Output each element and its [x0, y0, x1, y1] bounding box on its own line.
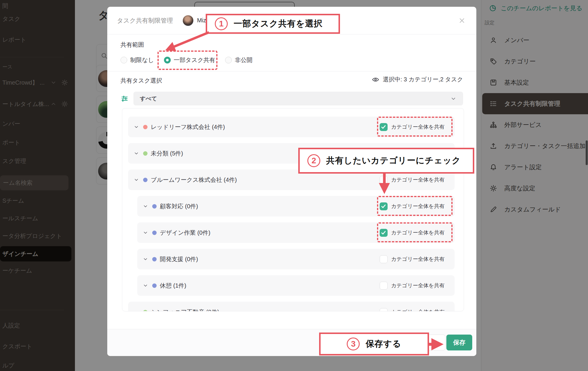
chevron-down-icon[interactable]	[143, 256, 148, 262]
share-whole-category-toggle[interactable]: カテゴリー全体を共有	[380, 308, 445, 312]
chevron-down-icon[interactable]	[133, 177, 139, 183]
category-color-dot	[143, 125, 148, 129]
chevron-down-icon[interactable]	[133, 150, 139, 156]
checkbox-label: カテゴリー全体を共有	[391, 282, 445, 289]
checkbox-unchecked[interactable]	[380, 308, 388, 312]
radio-unchecked[interactable]	[120, 57, 127, 63]
checkbox-label: カテゴリー全体を共有	[391, 308, 445, 311]
category-label: ブルームワークス株式会社 (4件)	[151, 176, 237, 184]
category-color-dot	[152, 204, 157, 209]
category-row[interactable]: シンフォニア不動産 (8件)カテゴリー全体を共有	[128, 302, 455, 311]
category-label: 開発支援 (0件)	[160, 255, 198, 263]
selection-summary: 選択中: 3 カテゴリー,2 タスク	[372, 75, 463, 83]
category-color-dot	[143, 178, 148, 182]
category-label: 休憩 (1件)	[160, 282, 186, 290]
chevron-down-icon[interactable]	[133, 124, 139, 130]
user-avatar	[183, 15, 193, 26]
divider	[107, 71, 476, 71]
checkbox-label: カテゴリー全体を共有	[391, 256, 445, 263]
share-whole-category-toggle[interactable]: カテゴリー全体を共有	[380, 255, 445, 263]
checkbox-unchecked[interactable]	[380, 282, 388, 290]
annotation-callout-1: 1 一部タスク共有を選択	[206, 14, 340, 34]
radio-label: 制限なし	[130, 56, 154, 64]
annotation-number: 2	[307, 154, 320, 167]
eye-icon	[372, 76, 379, 83]
category-label: シンフォニア不動産 (8件)	[151, 308, 219, 312]
category-color-dot	[143, 310, 148, 312]
filter-row: すべて	[120, 92, 463, 105]
annotation-arrow-2	[379, 173, 391, 197]
category-color-dot	[152, 231, 157, 235]
category-row[interactable]: 休憩 (1件)カテゴリー全体を共有	[137, 275, 455, 296]
chevron-down-icon[interactable]	[143, 230, 148, 236]
annotation-callout-2: 2 共有したいカテゴリーにチェック	[298, 148, 474, 174]
chevron-down-icon[interactable]	[143, 283, 148, 288]
category-color-dot	[152, 257, 157, 261]
chevron-down-icon	[450, 95, 457, 102]
modal-title: タスク共有制限管理	[117, 16, 173, 25]
category-label: デザイン作業 (0件)	[160, 229, 210, 237]
annotation-arrow-1	[161, 30, 217, 55]
annotation-number: 3	[347, 338, 360, 350]
annotation-arrow-3	[427, 337, 448, 352]
annotation-dashed-box-row5	[377, 222, 453, 242]
checkbox-unchecked[interactable]	[380, 255, 388, 263]
share-scope-option[interactable]: 非公開	[225, 56, 252, 64]
category-row[interactable]: 開発支援 (0件)カテゴリー全体を共有	[137, 249, 455, 269]
filter-sliders-icon	[120, 95, 129, 103]
category-label: レッドリーフ株式会社 (4件)	[151, 123, 225, 131]
radio-unchecked[interactable]	[225, 57, 232, 63]
task-select-label: 共有タスク選択	[120, 77, 162, 85]
app-root: 間タスクレポートースTimeCrowd】 ...ートルタイム株...ンバーポート…	[0, 0, 588, 371]
category-color-dot	[152, 283, 157, 288]
annotation-number: 1	[215, 17, 228, 30]
chevron-down-icon[interactable]	[133, 309, 139, 311]
annotation-callout-3: 3 保存する	[319, 333, 429, 355]
annotation-dashed-box-row1	[377, 117, 453, 137]
share-scope-option[interactable]: 制限なし	[120, 56, 154, 64]
share-whole-category-toggle[interactable]: カテゴリー全体を共有	[380, 282, 445, 290]
category-color-dot	[143, 151, 148, 156]
annotation-dashed-box-row4	[377, 196, 453, 216]
category-label: 顧客対応 (0件)	[160, 202, 198, 210]
save-button[interactable]: 保存	[446, 335, 472, 350]
share-scope-label: 共有範囲	[120, 41, 144, 49]
category-label: 未分類 (5件)	[151, 150, 183, 157]
chevron-down-icon[interactable]	[143, 203, 148, 209]
checkbox-label: カテゴリー全体を共有	[391, 176, 445, 183]
close-icon[interactable]	[458, 17, 466, 24]
category-filter-dropdown[interactable]: すべて	[133, 92, 463, 105]
radio-label: 非公開	[235, 56, 252, 64]
